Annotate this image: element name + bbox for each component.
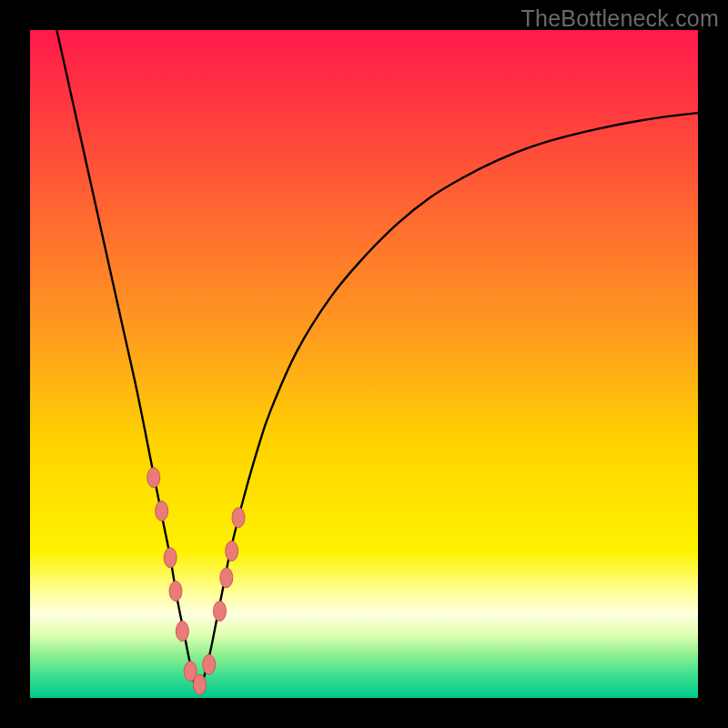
- marker-point: [156, 500, 168, 521]
- watermark-text: TheBottleneck.com: [521, 5, 719, 32]
- highlight-markers: [147, 468, 245, 695]
- marker-point: [232, 508, 245, 528]
- marker-point: [169, 581, 182, 602]
- marker-point: [226, 541, 238, 561]
- marker-point: [164, 548, 177, 568]
- curve-layer: [30, 30, 698, 698]
- marker-point: [213, 602, 226, 622]
- plot-area: [30, 30, 698, 698]
- marker-point: [220, 568, 233, 588]
- marker-point: [193, 674, 206, 694]
- outer-frame: TheBottleneck.com: [0, 0, 728, 728]
- marker-point: [176, 622, 188, 642]
- marker-point: [147, 468, 160, 488]
- bottleneck-curve: [56, 30, 698, 692]
- marker-point: [203, 654, 216, 674]
